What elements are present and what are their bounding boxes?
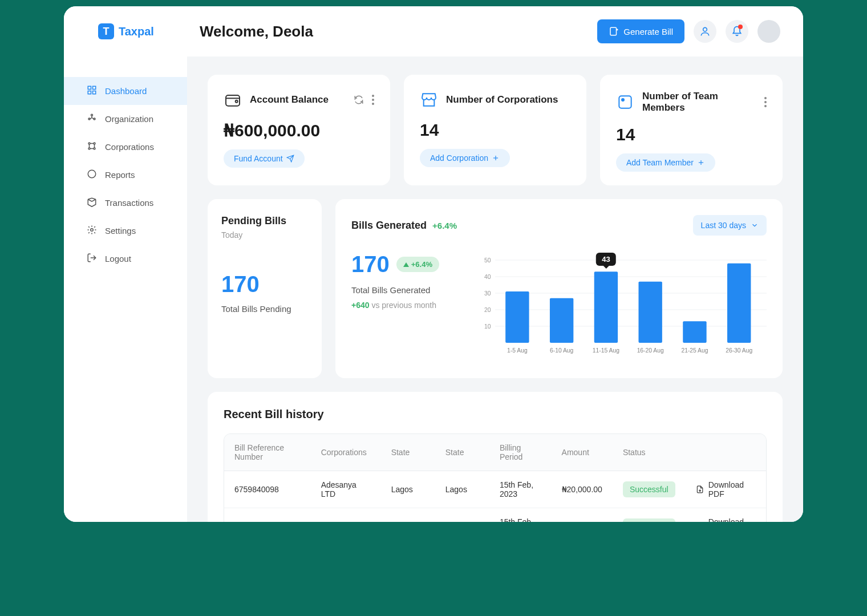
- middle-row: Pending Bills Today 170 Total Bills Pend…: [208, 199, 783, 378]
- nav-label: Settings: [105, 226, 136, 236]
- balance-card: Account Balance ₦600,000.00 Fund Account: [208, 75, 390, 185]
- generated-value: 170: [351, 252, 390, 277]
- svg-point-20: [372, 99, 374, 101]
- svg-text:10: 10: [484, 323, 491, 330]
- svg-rect-7: [93, 91, 96, 94]
- bill-history-card: Recent Bill history Bill Reference Numbe…: [208, 392, 783, 522]
- svg-point-26: [764, 97, 767, 99]
- chart-tooltip: 43: [596, 253, 615, 266]
- svg-rect-52: [727, 264, 751, 343]
- cell-status: Successful: [613, 508, 686, 522]
- table-header: Corporations: [311, 434, 381, 471]
- table-row: 6759840098Eunice LTDLagosLagos15th Feb, …: [224, 508, 766, 522]
- generate-bill-button[interactable]: Generate Bill: [597, 19, 684, 43]
- sidebar-item-corporations[interactable]: Corporations: [64, 133, 187, 161]
- svg-rect-50: [683, 321, 706, 343]
- svg-rect-6: [88, 91, 91, 94]
- add-corporation-label: Add Corporation: [430, 153, 488, 163]
- page-title: Welcome, Deola: [187, 23, 597, 40]
- svg-text:11-15 Aug: 11-15 Aug: [593, 347, 619, 354]
- pending-value: 170: [221, 271, 308, 297]
- svg-rect-0: [610, 27, 617, 35]
- nav-label: Transactions: [105, 198, 153, 208]
- more-icon[interactable]: [372, 95, 374, 105]
- add-team-member-button[interactable]: Add Team Member: [616, 153, 715, 172]
- download-pdf-link[interactable]: Download PDF: [696, 517, 756, 522]
- svg-point-25: [622, 99, 624, 101]
- download-pdf-link[interactable]: Download PDF: [696, 480, 756, 499]
- document-add-icon: [609, 26, 619, 37]
- generated-head-pct: +6.4%: [432, 221, 457, 230]
- svg-text:30: 30: [484, 290, 491, 297]
- pending-bills-card: Pending Bills Today 170 Total Bills Pend…: [208, 199, 322, 378]
- bills-generated-card: Bills Generated +6.4% Last 30 days 170: [335, 199, 783, 378]
- svg-rect-5: [93, 86, 96, 89]
- summary-row: Account Balance ₦600,000.00 Fund Account: [208, 75, 783, 185]
- body-area: DashboardOrganizationCorporationsReports…: [64, 56, 803, 522]
- nav-icon: [87, 113, 97, 125]
- refresh-icon[interactable]: [354, 95, 364, 105]
- svg-marker-31: [403, 262, 409, 267]
- sidebar-item-logout[interactable]: Logout: [64, 245, 187, 273]
- brand-name: Taxpal: [119, 25, 154, 38]
- generated-title: Bills Generated: [351, 220, 427, 232]
- svg-text:1-5 Aug: 1-5 Aug: [507, 347, 528, 354]
- svg-point-3: [703, 27, 707, 31]
- nav-icon: [87, 85, 97, 97]
- download-icon: [696, 485, 704, 494]
- pending-label: Total Bills Pending: [221, 304, 308, 314]
- nav-label: Corporations: [105, 142, 154, 152]
- avatar[interactable]: [757, 20, 780, 43]
- add-team-member-label: Add Team Member: [626, 158, 694, 167]
- user-icon: [699, 26, 711, 37]
- more-icon[interactable]: [764, 97, 767, 107]
- svg-point-11: [88, 143, 90, 144]
- sidebar-item-dashboard[interactable]: Dashboard: [64, 77, 187, 105]
- svg-point-15: [88, 170, 96, 178]
- table-header: Status: [613, 434, 686, 471]
- notifications-button[interactable]: [726, 20, 748, 43]
- cell-amount: ₦20,000.00: [552, 508, 613, 522]
- team-title: Number of Team Members: [642, 91, 756, 114]
- cell-ref: 6759840098: [224, 471, 311, 508]
- sidebar-item-transactions[interactable]: Transactions: [64, 189, 187, 217]
- add-corporation-button[interactable]: Add Corporation: [420, 149, 510, 167]
- sidebar-item-settings[interactable]: Settings: [64, 217, 187, 245]
- svg-point-27: [764, 101, 767, 103]
- corporations-value: 14: [420, 120, 570, 140]
- plus-icon: [492, 154, 500, 162]
- triangle-up-icon: [403, 262, 409, 267]
- cell-corp: Adesanya LTD: [311, 471, 381, 508]
- topbar: T Taxpal Welcome, Deola Generate Bill: [64, 6, 803, 56]
- svg-rect-42: [505, 291, 529, 343]
- sidebar-item-organization[interactable]: Organization: [64, 105, 187, 133]
- corporations-card: Number of Corporations 14 Add Corporatio…: [404, 75, 586, 185]
- svg-point-28: [764, 105, 767, 107]
- svg-text:16-20 Aug: 16-20 Aug: [637, 347, 664, 354]
- svg-point-12: [94, 143, 95, 144]
- svg-rect-48: [638, 282, 662, 343]
- svg-text:6-10 Aug: 6-10 Aug: [550, 347, 574, 354]
- logo[interactable]: T Taxpal: [64, 23, 187, 39]
- svg-point-18: [236, 100, 238, 103]
- cell-status: Successful: [613, 471, 686, 508]
- sidebar-item-reports[interactable]: Reports: [64, 161, 187, 189]
- pct-badge-value: +6.4%: [411, 260, 432, 269]
- bill-history-table: Bill Reference NumberCorporationsStateSt…: [224, 434, 766, 522]
- profile-icon-button[interactable]: [694, 20, 716, 43]
- corporations-title: Number of Corporations: [446, 94, 570, 106]
- svg-text:40: 40: [484, 274, 491, 280]
- cell-state: Lagos: [435, 508, 489, 522]
- generated-label: Total Bills Generated: [351, 285, 454, 295]
- main-content: Account Balance ₦600,000.00 Fund Account: [187, 56, 803, 522]
- balance-value: ₦600,000.00: [224, 120, 374, 140]
- nav-icon: [87, 197, 97, 209]
- table-header: State: [381, 434, 435, 471]
- pending-title: Pending Bills: [221, 215, 308, 227]
- nav-icon: [87, 225, 97, 237]
- logo-badge-icon: T: [98, 23, 114, 39]
- svg-rect-46: [594, 271, 618, 343]
- team-card: Number of Team Members 14 Add Team Membe…: [600, 75, 783, 185]
- date-filter-select[interactable]: Last 30 days: [693, 215, 767, 236]
- fund-account-button[interactable]: Fund Account: [224, 149, 305, 168]
